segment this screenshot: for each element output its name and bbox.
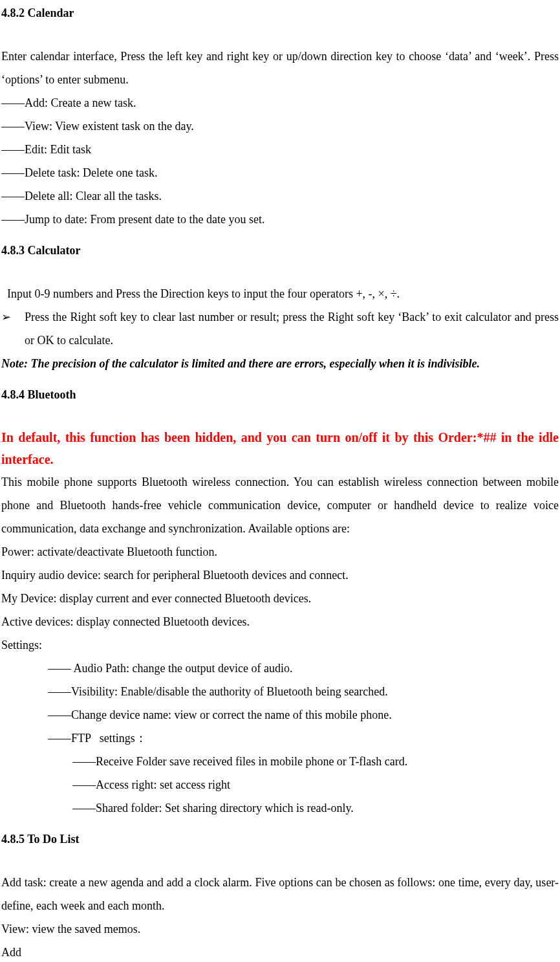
spacer (1, 32, 559, 45)
line-my-device: My Device: display current and ever conn… (1, 587, 559, 610)
spacer (1, 820, 559, 833)
line-jump-to-date: ——Jump to date: From present date to the… (1, 208, 559, 231)
line-ftp-settings: ——FTP settings： (1, 727, 559, 750)
heading-484-bluetooth: 4.8.4 Bluetooth (1, 388, 559, 402)
line-view: ——View: View existent task on the day. (1, 115, 559, 138)
document-page: 4.8.2 Calendar Enter calendar interface,… (0, 0, 560, 962)
line-receive-folder: ——Receive Folder save received files in … (1, 750, 559, 773)
spacer (1, 858, 559, 871)
arrow-bullet-icon: ➢ (1, 305, 25, 352)
line-485-add: Add (1, 941, 559, 962)
heading-485-todolist: 4.8.5 To Do List (1, 833, 559, 846)
spacer (1, 269, 559, 282)
heading-482-calendar: 4.8.2 Calendar (1, 6, 559, 20)
bullet-483-text: Press the Right soft key to clear last n… (25, 305, 559, 352)
red-484-notice: In default, this function has been hidde… (1, 426, 559, 470)
line-settings: Settings: (1, 633, 559, 657)
spacer (1, 413, 559, 426)
bullet-483-press: ➢ Press the Right soft key to clear last… (1, 305, 559, 352)
para-485-addtask: Add task: create a new agenda and add a … (1, 871, 559, 917)
line-visibility: ——Visibility: Enable/disable the authori… (1, 680, 559, 703)
line-add: ——Add: Create a new task. (1, 91, 559, 115)
para-484-intro: This mobile phone supports Bluetooth wir… (1, 470, 559, 540)
line-active-devices: Active devices: display connected Blueto… (1, 610, 559, 633)
note-483: Note: The precision of the calculator is… (1, 352, 559, 375)
line-access-right: ——Access right: set access right (1, 773, 559, 796)
line-delete-all: ——Delete all: Clear all the tasks. (1, 184, 559, 208)
line-edit: ——Edit: Edit task (1, 138, 559, 161)
heading-483-calculator: 4.8.3 Calculator (1, 244, 559, 257)
spacer (1, 375, 559, 388)
line-inquiry-audio: Inquiry audio device: search for periphe… (1, 563, 559, 587)
line-shared-folder: ——Shared folder: Set sharing directory w… (1, 796, 559, 820)
line-power: Power: activate/deactivate Bluetooth fun… (1, 540, 559, 563)
line-485-view: View: view the saved memos. (1, 917, 559, 941)
spacer (1, 231, 559, 244)
line-delete-task: ——Delete task: Delete one task. (1, 161, 559, 184)
line-483-input: Input 0-9 numbers and Press the Directio… (1, 282, 559, 305)
line-audio-path: —— Audio Path: change the output device … (1, 657, 559, 680)
para-482-intro: Enter calendar interface, Press the left… (1, 45, 559, 91)
line-change-device-name: ——Change device name: view or correct th… (1, 703, 559, 727)
